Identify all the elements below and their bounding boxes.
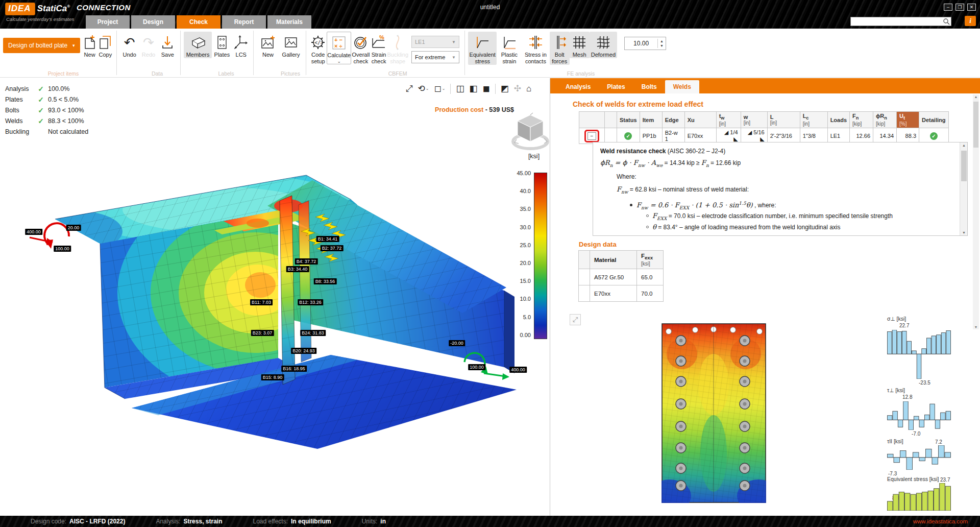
mini-chart-title: σ⊥ [ksi]: [887, 316, 906, 322]
maximize-button[interactable]: ❐: [955, 4, 964, 11]
tab-design[interactable]: Design: [131, 15, 175, 29]
mesh-value-label: 400.00: [25, 229, 42, 235]
ribbon-group-labels: Members Plates LCS: [181, 29, 253, 77]
sub-bullet-icon: [646, 214, 649, 217]
table-header-row: Status Item Edge Xu tw[in] w[in] L[in] L…: [579, 112, 949, 128]
mesh-value-label: B24: 31.83: [300, 330, 326, 336]
fem-model-3d[interactable]: [0, 78, 550, 516]
design-template-dropdown[interactable]: Design of bolted plate ▾: [3, 38, 80, 53]
members-labels-button[interactable]: Members: [184, 32, 212, 58]
mesh-value-label: B4: 37.72: [295, 258, 318, 265]
chevron-down-icon: ▾: [72, 43, 75, 48]
mini-chart-sigma-perp: [887, 330, 951, 379]
ribbon-group-cbfem: </> Code ⌄ setup + −× ÷ Calculate ⌄ Over…: [306, 29, 464, 77]
minimize-button[interactable]: –: [944, 4, 952, 11]
buckling-shape-button[interactable]: Buckling shape: [387, 32, 408, 65]
check-section-title: Check of welds for extreme load effect: [573, 100, 703, 108]
deformed-scale-spinner[interactable]: 10.00 ▲ ▼: [624, 37, 666, 50]
undo-button[interactable]: ↶ Undo: [120, 32, 139, 58]
tab-project[interactable]: Project: [86, 15, 130, 29]
stress-in-contacts-button[interactable]: Stress in contacts: [522, 32, 550, 65]
close-button[interactable]: ✕: [967, 4, 976, 11]
save-button[interactable]: Save: [158, 32, 177, 58]
search-input[interactable]: [851, 18, 943, 25]
left-load-arrows: [30, 223, 69, 249]
viewport-3d[interactable]: ⤢⟲⌄◻⌄◫◧◼◩✣⌂ Production cost - 539 US$ [k…: [0, 78, 550, 516]
status-ok-icon: ✓: [624, 132, 632, 140]
check-results-panel: Analysis Plates Bolts Welds ▲ ▼ Check of…: [550, 78, 980, 516]
chart-max-label: 7.2: [935, 439, 942, 445]
mesh-value-label: B1: 34.41: [316, 236, 339, 242]
overall-check-button[interactable]: Overall check: [351, 32, 371, 65]
axes-icon: [233, 33, 249, 52]
result-tab-bolts[interactable]: Bolts: [633, 80, 665, 93]
plastic-strain-button[interactable]: Plastic strain: [497, 32, 522, 65]
bolt-forces-button[interactable]: Bolt forces: [550, 32, 570, 65]
equivalent-stress-button[interactable]: Equivalent stress: [468, 32, 497, 65]
search-box[interactable]: [850, 17, 951, 26]
design-data-row: A572 Gr.50 65.0: [579, 269, 664, 285]
equivalent-stress-icon: [475, 33, 490, 52]
mesh-value-label: B3: 34.40: [286, 266, 309, 272]
strain-check-button[interactable]: % Strain check: [371, 32, 387, 65]
mesh-value-label: B20: 24.93: [291, 348, 316, 354]
tab-report[interactable]: Report: [222, 15, 266, 29]
new-picture-button[interactable]: New: [257, 32, 279, 58]
extreme-filter-dropdown[interactable]: For extreme ▼: [411, 51, 459, 63]
code-setup-button[interactable]: </> Code ⌄ setup: [309, 32, 327, 65]
calculate-button[interactable]: + −× ÷ Calculate ⌄: [327, 32, 351, 64]
chart-max-label: 12.8: [902, 394, 912, 400]
scroll-up-icon[interactable]: ▲: [973, 95, 979, 99]
new-project-item-button[interactable]: New: [82, 32, 97, 58]
mesh-value-label: -20.00: [449, 340, 465, 346]
ribbon: Design of bolted plate ▾ New Copy ↶ Undo: [0, 29, 980, 78]
result-tab-welds[interactable]: Welds: [665, 80, 699, 93]
result-tab-analysis[interactable]: Analysis: [557, 80, 599, 93]
svg-text:+ −: + −: [334, 37, 342, 43]
chart-min-label: -7.0: [912, 431, 920, 437]
mini-chart-title: τII [ksi]: [887, 438, 903, 444]
deformed-button[interactable]: Deformed: [590, 32, 618, 58]
lcs-labels-button[interactable]: LCS: [232, 32, 250, 58]
code-setup-gear-icon: </>: [310, 33, 326, 52]
copy-project-item-button[interactable]: Copy: [97, 32, 113, 58]
result-tab-plates[interactable]: Plates: [599, 80, 633, 93]
tab-materials[interactable]: Materials: [267, 15, 311, 29]
mesh-value-label: B15: 8.90: [261, 374, 284, 380]
spinner-up-icon[interactable]: ▲: [658, 39, 666, 43]
scroll-down-icon[interactable]: ▼: [960, 231, 968, 234]
weld-stress-preview: [662, 323, 766, 503]
mesh-value-label: B11: 7.03: [250, 299, 273, 305]
scroll-down-icon[interactable]: ▼: [973, 325, 979, 329]
mesh-button[interactable]: Mesh: [570, 32, 590, 58]
search-icon: [943, 18, 950, 25]
gallery-button[interactable]: Gallery: [279, 32, 303, 58]
redo-button[interactable]: ↷ Redo: [139, 32, 158, 58]
chart-max-label: 23.7: [940, 477, 950, 483]
tab-check[interactable]: Check: [177, 15, 220, 29]
weld-table-row: − ✓ PP1b B2-w 1 E70xx ◢ 1/4 ◣ ◢ 5/16 ◣ 2…: [579, 128, 949, 144]
ribbon-group-data: ↶ Undo ↷ Redo Save: [117, 29, 180, 77]
mesh-value-label: 100.00: [54, 246, 71, 252]
mini-chart-title: τ⊥ [ksi]: [887, 387, 905, 393]
website-link[interactable]: www.ideastatica.com: [913, 518, 968, 524]
deformed-mesh-icon: [596, 33, 611, 52]
scroll-up-icon[interactable]: ▲: [960, 143, 968, 147]
document-title: untitled: [0, 4, 980, 11]
group-label-cbfem: CBFEM: [318, 70, 477, 77]
formula-scrollbar[interactable]: ▲ ▼: [960, 142, 967, 235]
new-image-icon: [260, 33, 276, 52]
plates-labels-button[interactable]: Plates: [212, 32, 232, 58]
group-label-pictures: Pictures: [264, 70, 316, 77]
mesh-icon: [572, 33, 587, 52]
gallery-icon: [283, 33, 299, 52]
load-effect-dropdown[interactable]: LE1 ▼: [411, 36, 459, 48]
result-tab-bar: Analysis Plates Bolts Welds: [550, 78, 980, 93]
info-button[interactable]: i: [965, 16, 976, 26]
chart-max-label: 22.7: [899, 323, 909, 328]
panel-scrollbar[interactable]: ▲ ▼: [973, 94, 979, 329]
expand-preview-icon[interactable]: ⤢: [570, 314, 581, 325]
formula-title: Weld resistance check: [600, 148, 666, 155]
collapse-row-button[interactable]: −: [587, 132, 596, 140]
spinner-down-icon[interactable]: ▼: [658, 43, 666, 48]
